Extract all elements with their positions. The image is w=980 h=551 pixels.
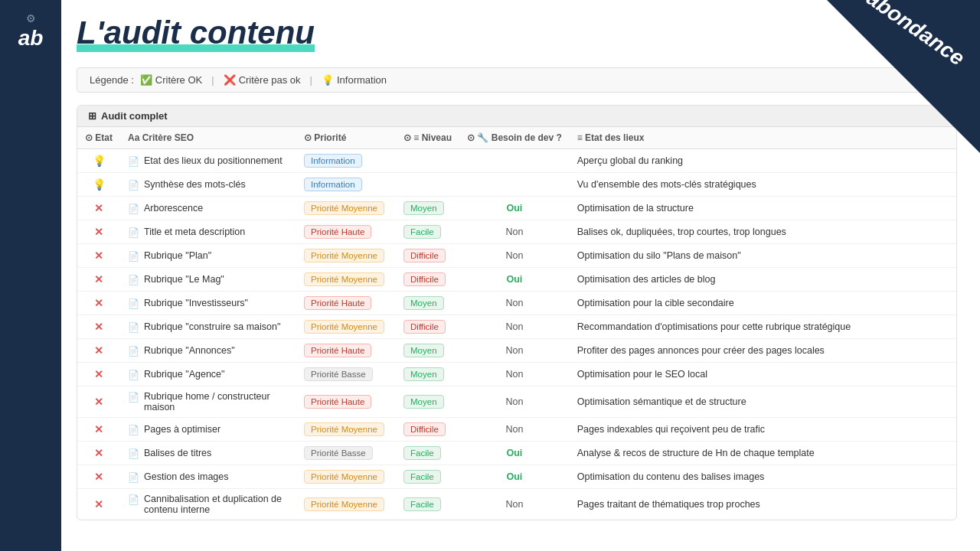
x-icon: ✕ bbox=[94, 249, 103, 262]
besoin-value: Non bbox=[505, 424, 523, 435]
cell-niveau: Difficile bbox=[396, 315, 459, 339]
doc-icon: 📄 bbox=[128, 204, 139, 214]
cell-etat: ✕ bbox=[77, 244, 120, 268]
doc-icon: 📄 bbox=[128, 472, 139, 483]
doc-icon: 📄 bbox=[128, 322, 139, 333]
cell-besoin: Non bbox=[459, 315, 570, 339]
critere-text: Rubrique home / constructeur maison bbox=[144, 391, 289, 412]
x-icon: ✕ bbox=[94, 368, 103, 380]
tab-icon: ⊞ bbox=[88, 110, 96, 122]
cell-critere: 📄Cannibalisation et duplication de conte… bbox=[120, 489, 296, 520]
critere-text: Rubrique "Le Mag" bbox=[144, 274, 224, 285]
cell-niveau: Moyen bbox=[396, 386, 459, 418]
main-content: L'audit contenu Légende : ✅ Critère OK |… bbox=[61, 0, 980, 551]
col-header-niveau: ⊙ ≡ Niveau bbox=[396, 127, 459, 149]
x-icon: ✕ bbox=[94, 498, 103, 510]
audit-table: ⊙ Etat Aa Critère SEO ⊙ Priorité ⊙ ≡ Niv… bbox=[77, 127, 956, 520]
cell-etat-lieux: Optimisation du silo "Plans de maison" bbox=[570, 244, 956, 268]
cell-etat: ✕ bbox=[77, 442, 120, 465]
niveau-badge: Moyen bbox=[403, 344, 444, 357]
cell-etat: 💡 bbox=[77, 149, 120, 173]
legend-ok-label: Critère OK bbox=[155, 74, 202, 86]
cell-etat-lieux: Profiter des pages annonces pour créer d… bbox=[570, 339, 956, 363]
cell-etat: ✕ bbox=[77, 268, 120, 292]
brand-logo: ab bbox=[18, 28, 44, 49]
cell-niveau: Facile bbox=[396, 465, 459, 489]
cell-niveau: Difficile bbox=[396, 418, 459, 442]
besoin-value: Non bbox=[505, 345, 523, 356]
page-title: L'audit contenu bbox=[77, 15, 315, 51]
niveau-badge: Facile bbox=[403, 497, 441, 511]
table-row: ✕📄Rubrique "Investisseurs"Priorité Haute… bbox=[77, 292, 956, 315]
critere-text: Arborescence bbox=[144, 203, 203, 214]
cell-etat-lieux: Balises ok, dupliquées, trop courtes, tr… bbox=[570, 220, 956, 244]
cell-priorite: Priorité Haute bbox=[296, 220, 396, 244]
cell-besoin: Non bbox=[459, 386, 570, 418]
doc-icon: 📄 bbox=[128, 425, 139, 435]
cell-critere: 📄Arborescence bbox=[120, 197, 296, 220]
table-row: ✕📄Rubrique "Annonces"Priorité HauteMoyen… bbox=[77, 339, 956, 363]
doc-icon: 📄 bbox=[128, 448, 139, 459]
cell-etat-lieux: Analyse & recos de structure de Hn de ch… bbox=[570, 442, 956, 465]
cell-besoin: Non bbox=[459, 244, 570, 268]
cell-critere: 📄Pages à optimiser bbox=[120, 418, 296, 442]
legend-ok-icon: ✅ bbox=[140, 74, 152, 86]
doc-icon: 📄 bbox=[128, 275, 139, 285]
cell-besoin: Non bbox=[459, 220, 570, 244]
cell-etat-lieux: Optimisation pour le SEO local bbox=[570, 363, 956, 386]
cell-etat-lieux: Pages traitant de thématiques trop proch… bbox=[570, 489, 956, 520]
cell-priorite: Priorité Moyenne bbox=[296, 244, 396, 268]
cell-priorite: Information bbox=[296, 173, 396, 197]
besoin-value: Non bbox=[505, 250, 523, 261]
cell-priorite: Priorité Moyenne bbox=[296, 268, 396, 292]
table-header-row: ⊙ Etat Aa Critère SEO ⊙ Priorité ⊙ ≡ Niv… bbox=[77, 127, 956, 149]
legend-prefix: Légende : bbox=[90, 74, 134, 86]
legend-ok: ✅ Critère OK bbox=[140, 74, 202, 86]
x-icon: ✕ bbox=[94, 226, 103, 238]
niveau-badge: Difficile bbox=[403, 249, 446, 262]
cell-etat: ✕ bbox=[77, 489, 120, 520]
x-icon: ✕ bbox=[94, 297, 103, 309]
x-icon: ✕ bbox=[94, 471, 103, 483]
cell-critere: 📄Rubrique "Agence" bbox=[120, 363, 296, 386]
priorite-badge: Priorité Moyenne bbox=[304, 422, 384, 436]
cell-niveau: Facile bbox=[396, 489, 459, 520]
table-row: ✕📄ArborescencePriorité MoyenneMoyenOuiOp… bbox=[77, 197, 956, 220]
info-icon: 💡 bbox=[93, 178, 106, 191]
critere-text: Rubrique "Agence" bbox=[144, 369, 224, 380]
besoin-value: Non bbox=[505, 499, 523, 510]
cell-niveau: Moyen bbox=[396, 363, 459, 386]
cell-critere: 📄Gestion des images bbox=[120, 465, 296, 489]
besoin-value: Non bbox=[505, 369, 523, 380]
priorite-badge: Priorité Basse bbox=[304, 367, 373, 381]
doc-icon: 📄 bbox=[128, 392, 139, 403]
niveau-badge: Difficile bbox=[403, 272, 446, 286]
priorite-badge: Priorité Moyenne bbox=[304, 497, 384, 511]
cell-etat-lieux: Recommandation d'optimisations pour cett… bbox=[570, 315, 956, 339]
x-icon: ✕ bbox=[94, 344, 103, 357]
table-row: ✕📄Title et meta descriptionPriorité Haut… bbox=[77, 220, 956, 244]
cell-etat: ✕ bbox=[77, 418, 120, 442]
priorite-badge: Priorité Haute bbox=[304, 344, 371, 357]
cell-niveau: Moyen bbox=[396, 197, 459, 220]
doc-icon: 📄 bbox=[128, 494, 139, 505]
cell-niveau: Moyen bbox=[396, 339, 459, 363]
table-row: ✕📄Cannibalisation et duplication de cont… bbox=[77, 489, 956, 520]
cell-priorite: Information bbox=[296, 149, 396, 173]
cell-niveau: Difficile bbox=[396, 268, 459, 292]
cell-critere: 📄Etat des lieux du positionnement bbox=[120, 149, 296, 173]
table-row: ✕📄Rubrique "Plan"Priorité MoyenneDiffici… bbox=[77, 244, 956, 268]
x-icon: ✕ bbox=[94, 423, 103, 435]
critere-text: Rubrique "construire sa maison" bbox=[144, 321, 280, 332]
priorite-badge: Priorité Moyenne bbox=[304, 272, 384, 286]
table-row: ✕📄Balises de titres Priorité BasseFacile… bbox=[77, 442, 956, 465]
cell-critere: 📄Rubrique "Investisseurs" bbox=[120, 292, 296, 315]
critere-text: Balises de titres bbox=[144, 448, 211, 458]
table-tab[interactable]: ⊞ Audit complet bbox=[77, 106, 956, 127]
besoin-value: Oui bbox=[506, 471, 522, 482]
niveau-badge: Difficile bbox=[403, 320, 446, 334]
table-row: ✕📄Rubrique "Agence"Priorité BasseMoyenNo… bbox=[77, 363, 956, 386]
x-icon: ✕ bbox=[94, 202, 103, 214]
doc-icon: 📄 bbox=[128, 156, 139, 167]
cell-besoin: Oui bbox=[459, 442, 570, 465]
